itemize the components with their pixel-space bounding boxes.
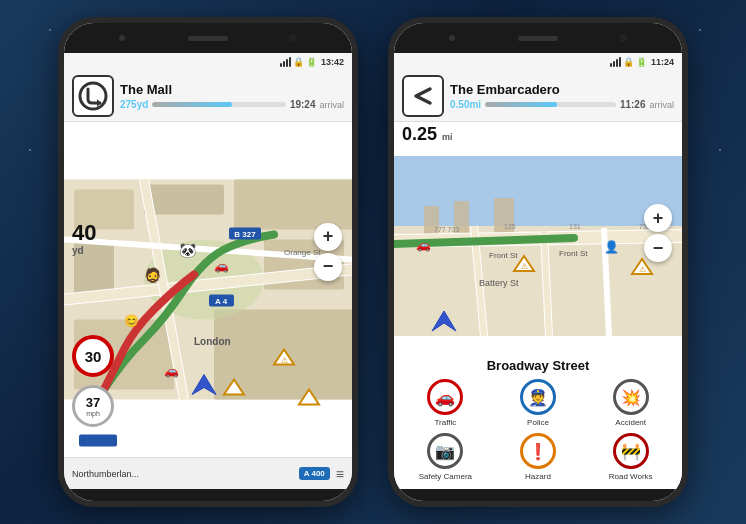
svg-text:London: London <box>194 336 231 347</box>
map-london: A 4 B 327 Orange St London ⚠ 🧔 🐼 😊 🚗 🚗 🚗 <box>64 122 352 457</box>
route-progress-bar-sf <box>485 102 616 107</box>
svg-text:👤: 👤 <box>604 239 619 254</box>
arrival-time: 19:24 <box>290 99 316 110</box>
phone-london: 🔒 🔋 13:42 The Mall 275yd 19:24 arrival <box>58 17 358 507</box>
current-speed-value: 37 <box>86 395 100 410</box>
zoom-out-button[interactable]: − <box>314 253 342 281</box>
speed-unit: yd <box>72 246 96 256</box>
alert-panel: Broadway Street 🚗 Traffic 👮 Police 💥 Acc… <box>394 350 682 489</box>
traffic-icon: 🚗 <box>427 379 463 415</box>
alert-traffic[interactable]: 🚗 Traffic <box>402 379 489 427</box>
current-speed-unit: mph <box>86 410 100 417</box>
svg-text:Front St: Front St <box>489 251 518 260</box>
status-icons: 🔒 🔋 <box>280 57 317 67</box>
status-time-sf: 11:24 <box>651 57 674 67</box>
alert-accident[interactable]: 💥 Accident <box>587 379 674 427</box>
svg-text:B 327: B 327 <box>234 230 256 239</box>
phone-camera-sf <box>619 34 627 42</box>
phone-dot <box>119 35 125 41</box>
zoom-controls[interactable]: + − <box>314 223 342 281</box>
svg-text:⚠: ⚠ <box>521 262 528 271</box>
phone-sf: 🔒 🔋 11:24 The Embarcadero 0.50mi 11:26 a… <box>388 17 688 507</box>
distance-left-sf: 0.50mi <box>450 99 481 110</box>
speed-unit-sf: mi <box>442 132 453 142</box>
zoom-in-button[interactable]: + <box>314 223 342 251</box>
route-progress-bar <box>152 102 286 107</box>
status-bar: 🔒 🔋 13:42 <box>64 53 352 71</box>
arrival-time-sf: 11:26 <box>620 99 646 110</box>
phone-bottom-chrome <box>64 489 352 501</box>
svg-text:⚠: ⚠ <box>639 265 646 274</box>
svg-text:🚗: 🚗 <box>164 363 179 378</box>
alert-police[interactable]: 👮 Police <box>495 379 582 427</box>
alert-camera[interactable]: 📷 Safety Camera <box>402 433 489 481</box>
nav-details: 275yd 19:24 arrival <box>120 99 344 110</box>
speed-limit-value: 30 <box>85 348 102 365</box>
current-road-name: Northumberlan... <box>72 469 293 479</box>
roadworks-label: Road Works <box>609 472 653 481</box>
alert-roadworks[interactable]: 🚧 Road Works <box>587 433 674 481</box>
nav-info-sf: The Embarcadero 0.50mi 11:26 arrival <box>450 82 674 110</box>
turn-direction-icon-sf <box>402 75 444 117</box>
svg-text:Front St: Front St <box>559 249 588 258</box>
zoom-out-button-sf[interactable]: − <box>644 234 672 262</box>
speed-limit-sign: 30 <box>72 335 114 377</box>
nav-details-sf: 0.50mi 11:26 arrival <box>450 99 674 110</box>
speed-value: 40 <box>72 220 96 245</box>
distance-left: 275yd <box>120 99 148 110</box>
signal-icon <box>280 57 291 67</box>
zoom-controls-sf[interactable]: + − <box>644 204 672 262</box>
speed-value-sf: 0.25 <box>402 124 437 144</box>
bottom-bar: Northumberlan... A 400 ≡ <box>64 457 352 489</box>
battery-icon: 🔋 <box>306 57 317 67</box>
wifi-icon: 🔒 <box>293 57 304 67</box>
svg-rect-15 <box>79 435 117 447</box>
phone-camera <box>289 34 297 42</box>
arrival-suffix: arrival <box>319 100 344 110</box>
phone-bottom-chrome-sf <box>394 489 682 501</box>
zoom-in-button-sf[interactable]: + <box>644 204 672 232</box>
camera-icon: 📷 <box>427 433 463 469</box>
svg-text:Battery St: Battery St <box>479 278 519 288</box>
phone-dot-sf <box>449 35 455 41</box>
map-sf: Front St Front St Battery St 777 733 125… <box>394 142 682 350</box>
status-icons-sf: 🔒 🔋 <box>610 57 647 67</box>
current-speed-display: 37 mph <box>72 385 114 427</box>
destination-street: The Mall <box>120 82 344 97</box>
speed-display-sf: 0.25 mi <box>402 124 453 145</box>
signal-icon-sf <box>610 57 621 67</box>
battery-icon-sf: 🔋 <box>636 57 647 67</box>
roadworks-icon: 🚧 <box>613 433 649 469</box>
svg-rect-4 <box>144 185 224 215</box>
hazard-icon: ❗ <box>520 433 556 469</box>
alert-grid: 🚗 Traffic 👮 Police 💥 Accident 📷 Safety C… <box>402 379 674 481</box>
svg-text:125: 125 <box>504 223 516 230</box>
camera-label: Safety Camera <box>419 472 472 481</box>
svg-point-0 <box>80 83 106 109</box>
police-icon: 👮 <box>520 379 556 415</box>
nav-info: The Mall 275yd 19:24 arrival <box>120 82 344 110</box>
destination-street-sf: The Embarcadero <box>450 82 674 97</box>
svg-text:🚗: 🚗 <box>214 258 229 273</box>
nav-header: The Mall 275yd 19:24 arrival <box>64 71 352 122</box>
hazard-label: Hazard <box>525 472 551 481</box>
turn-direction-icon <box>72 75 114 117</box>
police-label: Police <box>527 418 549 427</box>
svg-text:😊: 😊 <box>124 313 139 328</box>
svg-rect-33 <box>494 198 514 236</box>
alert-street-name: Broadway Street <box>402 358 674 373</box>
route-fill <box>152 102 232 107</box>
phone-top-chrome-sf <box>394 23 682 53</box>
phone-top-chrome <box>64 23 352 53</box>
alert-hazard[interactable]: ❗ Hazard <box>495 433 582 481</box>
svg-text:777 733: 777 733 <box>434 226 459 233</box>
svg-text:🐼: 🐼 <box>179 242 197 259</box>
svg-text:🧔: 🧔 <box>144 267 162 284</box>
wifi-icon-sf: 🔒 <box>623 57 634 67</box>
menu-icon[interactable]: ≡ <box>336 466 344 482</box>
phone-speaker-sf <box>518 36 558 41</box>
status-bar-sf: 🔒 🔋 11:24 <box>394 53 682 71</box>
status-time: 13:42 <box>321 57 344 67</box>
speed-display: 40 yd <box>72 220 96 256</box>
svg-text:A 4: A 4 <box>215 297 228 306</box>
